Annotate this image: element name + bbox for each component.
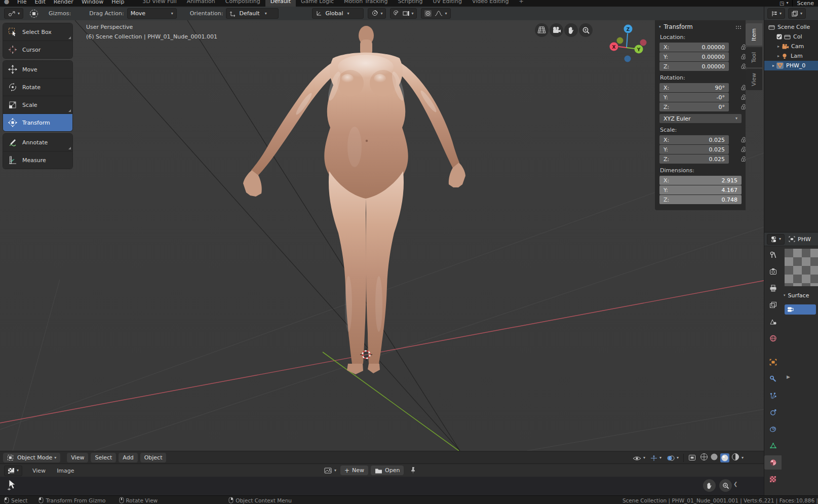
pivot-point-dropdown[interactable]: ▾: [368, 8, 386, 19]
drag-action-dropdown[interactable]: Move▾: [127, 8, 177, 19]
tool-measure[interactable]: Measure: [3, 151, 72, 169]
menu-window[interactable]: Window: [77, 0, 107, 5]
3d-viewport[interactable]: User Perspective (6) Scene Collection | …: [0, 20, 764, 451]
collapse-region-arrow[interactable]: ❮: [733, 481, 737, 487]
menu-view[interactable]: View: [67, 453, 88, 462]
dimensions-z-field[interactable]: Z:0.748: [659, 195, 742, 204]
rotation-y-field[interactable]: Y:-0°: [659, 93, 729, 102]
tab-object-data[interactable]: [764, 439, 782, 453]
tab-output[interactable]: [764, 281, 782, 295]
scale-x-field[interactable]: X:0.025: [659, 135, 729, 144]
falloff-curve-icon[interactable]: [435, 10, 443, 17]
xray-toggle[interactable]: [688, 453, 696, 463]
outliner-row-collection[interactable]: Col: [764, 32, 818, 42]
expand-caret[interactable]: ▸: [772, 63, 774, 68]
surface-panel-header[interactable]: ▾ Surface: [784, 292, 809, 299]
active-tool-dropdown[interactable]: ▾: [4, 8, 23, 19]
blender-logo-icon[interactable]: ●: [0, 0, 13, 5]
tab-view-layer[interactable]: [764, 298, 782, 312]
image-menu-view[interactable]: View: [28, 468, 50, 474]
rotation-z-field[interactable]: Z:0°: [659, 102, 729, 111]
gizmos-dropdown[interactable]: ▾: [650, 455, 661, 461]
workspace-tab-default[interactable]: Default: [265, 0, 296, 7]
shading-material-button[interactable]: [720, 453, 729, 462]
panel-grip[interactable]: [735, 25, 742, 29]
camera-view-button[interactable]: [550, 23, 563, 37]
location-y-field[interactable]: Y:0.00000: [659, 52, 729, 61]
menu-edit[interactable]: Edit: [30, 0, 49, 5]
outliner-row-scene-collection[interactable]: Scene Colle: [764, 22, 818, 32]
expand-caret[interactable]: ▸: [777, 54, 780, 58]
tool-cursor[interactable]: Cursor: [3, 41, 72, 58]
workspace-tab-game-logic[interactable]: Game Logic: [296, 0, 339, 7]
gizmo-ball-icon[interactable]: [28, 9, 40, 19]
workspace-tab-uv-editing[interactable]: UV Editing: [428, 0, 467, 7]
zoom-view-button[interactable]: [579, 23, 593, 37]
mode-dropdown[interactable]: Object Mode▾: [3, 453, 60, 462]
tab-modifiers[interactable]: [764, 372, 782, 386]
collapsed-panel-arrow[interactable]: ▶: [787, 374, 790, 379]
snap-dropdown[interactable]: ▾: [390, 8, 417, 19]
toggle-perspective-button[interactable]: [535, 23, 549, 37]
location-z-field[interactable]: Z:0.00000: [659, 62, 729, 71]
scale-z-field[interactable]: Z:0.025: [659, 154, 729, 164]
menu-object[interactable]: Object: [140, 453, 167, 462]
sidebar-tab-view[interactable]: View: [746, 69, 762, 90]
browse-image-button[interactable]: ▾: [324, 467, 336, 474]
panel-title[interactable]: Transform: [664, 23, 693, 30]
scale-y-field[interactable]: Y:0.025: [659, 145, 729, 154]
workspace-tab-3d-view-full[interactable]: 3D View Full: [137, 0, 181, 7]
outliner-filter-dropdown[interactable]: ▾: [788, 8, 806, 19]
new-image-button[interactable]: + New: [340, 466, 368, 475]
shading-wireframe-button[interactable]: [700, 453, 708, 463]
tool-select-box[interactable]: Select Box: [3, 23, 72, 41]
workspace-tab-video-editing[interactable]: Video Editing: [467, 0, 514, 7]
outliner-row-phw-object[interactable]: ▸ PHW_0: [764, 61, 818, 70]
workspace-tab-scripting[interactable]: Scripting: [393, 0, 428, 7]
menu-select[interactable]: Select: [91, 453, 116, 462]
gizmo-neg-z-ball[interactable]: [625, 56, 631, 62]
tab-texture[interactable]: [764, 472, 782, 486]
shading-dropdown-caret[interactable]: ▾: [742, 456, 744, 460]
panel-collapse-caret[interactable]: ▾: [659, 25, 661, 29]
outliner-display-mode-dropdown[interactable]: ▾: [767, 8, 785, 19]
tool-move[interactable]: Move: [3, 61, 72, 79]
proportional-edit-icon[interactable]: [424, 10, 432, 17]
pin-icon[interactable]: [410, 467, 416, 474]
tab-scene[interactable]: [764, 315, 782, 329]
menu-file[interactable]: File: [13, 0, 30, 5]
menu-add[interactable]: Add: [119, 453, 137, 462]
navigation-gizmo[interactable]: Z X Y: [605, 24, 657, 66]
tab-physics[interactable]: [764, 405, 782, 419]
gizmo-neg-y-ball[interactable]: [617, 37, 624, 44]
image-menu-image[interactable]: Image: [53, 468, 78, 474]
transform-space-dropdown[interactable]: Global▾: [312, 8, 364, 19]
proportional-edit-group[interactable]: ▾: [421, 8, 450, 19]
properties-editor-type-dropdown[interactable]: ▾: [767, 234, 785, 245]
shading-solid-button[interactable]: [710, 453, 718, 463]
zoom-button[interactable]: [719, 479, 732, 492]
workspace-tab-animation[interactable]: Animation: [182, 0, 220, 7]
image-editor-canvas[interactable]: ❮: [0, 477, 764, 495]
checkbox-checked-icon[interactable]: [776, 34, 782, 40]
add-workspace-button[interactable]: +: [514, 0, 529, 7]
dimensions-y-field[interactable]: Y:4.167: [659, 185, 742, 195]
scene-datablock-icon[interactable]: ◳: [780, 1, 784, 6]
tab-object[interactable]: [764, 355, 782, 369]
tool-scale[interactable]: Scale: [3, 96, 72, 114]
lock-icon[interactable]: [741, 136, 747, 144]
lock-icon[interactable]: [741, 103, 747, 111]
editor-type-dropdown[interactable]: ▾: [4, 466, 22, 476]
tool-rotate[interactable]: Rotate: [3, 79, 72, 96]
pan-view-button[interactable]: [564, 23, 578, 37]
surface-shader-button[interactable]: [785, 304, 816, 315]
open-image-button[interactable]: Open: [371, 466, 404, 475]
orientation-dropdown[interactable]: Default▾: [226, 8, 279, 19]
tab-tool[interactable]: [764, 248, 782, 262]
scene-dropdown-caret[interactable]: ▾: [786, 1, 788, 5]
lock-icon[interactable]: [741, 94, 747, 102]
sidebar-tab-item[interactable]: Item: [746, 23, 762, 46]
outliner-row-lamp[interactable]: ▸ Lam: [764, 51, 818, 61]
scene-name[interactable]: Scene: [797, 0, 814, 7]
overlays-dropdown[interactable]: ▾: [667, 455, 679, 461]
